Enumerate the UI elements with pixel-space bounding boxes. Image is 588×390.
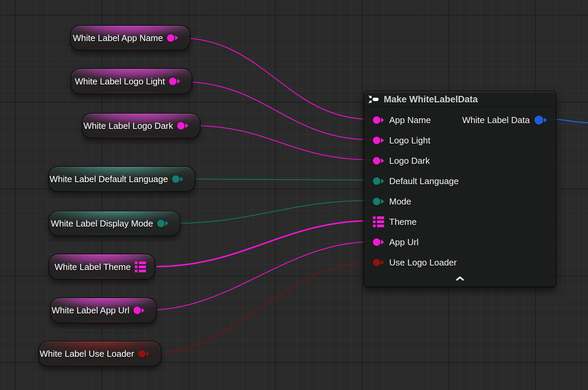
struct-grid-icon[interactable] [373,216,384,227]
make-struct-icon [368,95,380,104]
wire-use-loader[interactable] [151,262,372,354]
pin-row-default-language: Default Language [364,171,556,191]
var-node-label: White Label Default Language [49,175,168,183]
wire-app-url[interactable] [147,242,372,310]
output-pin-bool[interactable] [138,350,149,357]
output-pin-group: White Label Data [462,116,547,124]
wire-app-name[interactable] [180,38,372,119]
wire-logo-light[interactable] [181,82,372,140]
pin-label: Theme [389,217,417,226]
pin-label: Mode [389,197,411,206]
var-node-label: White Label Display Mode [51,219,153,228]
input-pin-enum[interactable] [373,177,384,185]
input-pin-bool[interactable] [373,259,384,266]
var-node-label: White Label Theme [55,262,131,271]
var-node-label: White Label Logo Light [75,77,165,86]
node-title: Make WhiteLabelData [384,94,478,105]
pin-label: Default Language [389,177,459,186]
pin-row-theme: Theme [364,212,556,232]
wire-logo-dark[interactable] [190,125,372,160]
input-pin-string[interactable] [373,238,384,246]
output-pin-label: White Label Data [462,116,530,124]
pin-label: Logo Light [389,136,430,145]
pin-label: Logo Dark [389,156,430,165]
make-whitelabeldata-node[interactable]: Make WhiteLabelData App Name White Label… [363,91,556,287]
var-node-white-label-display-mode[interactable]: White Label Display Mode [48,211,181,236]
input-pin-string[interactable] [373,137,384,144]
output-pin-enum[interactable] [172,175,183,183]
wire-theme[interactable] [156,221,370,267]
blueprint-graph-canvas[interactable]: White Label App Name White Label Logo Li… [0,0,588,390]
output-pin-enum[interactable] [157,220,168,227]
output-pin-string[interactable] [167,34,178,42]
input-pin-string[interactable] [373,157,384,164]
input-pin-string[interactable] [373,116,384,124]
pin-row-app-name: App Name White Label Data [364,110,556,130]
var-node-white-label-app-url[interactable]: White Label App Url [50,297,157,323]
input-pin-enum[interactable] [373,198,384,205]
var-node-label: White Label App Name [73,34,163,42]
var-node-white-label-use-loader[interactable]: White Label Use Loader [38,341,162,367]
pin-label: App Url [389,238,419,247]
node-footer [364,272,556,285]
output-pin-string[interactable] [177,122,188,130]
node-header[interactable]: Make WhiteLabelData [364,92,556,107]
output-pin-string[interactable] [133,307,145,314]
var-node-label: White Label Use Loader [40,349,134,358]
pin-row-mode: Mode [364,191,556,212]
var-node-white-label-theme[interactable]: White Label Theme [48,254,155,280]
pin-label: App Name [389,116,431,124]
var-node-white-label-logo-light[interactable]: White Label Logo Light [70,68,192,94]
var-node-white-label-logo-dark[interactable]: White Label Logo Dark [82,113,201,138]
var-node-white-label-app-name[interactable]: White Label App Name [70,25,190,51]
pin-row-logo-light: Logo Light [364,130,556,151]
pin-row-logo-dark: Logo Dark [364,151,556,171]
output-pin-struct[interactable] [534,116,547,124]
var-node-label: White Label Logo Dark [84,121,173,130]
pin-row-app-url: App Url [364,232,556,252]
wire-default-language[interactable] [185,179,372,180]
chevron-up-icon[interactable] [456,276,464,281]
var-node-white-label-default-language[interactable]: White Label Default Language [48,166,195,192]
var-node-label: White Label App Url [51,306,129,315]
struct-grid-icon[interactable] [135,261,146,272]
output-pin-string[interactable] [169,78,180,85]
pin-row-use-logo-loader: Use Logo Loader [364,252,556,273]
wire-display-mode[interactable] [170,200,372,223]
pin-label: Use Logo Loader [389,258,457,267]
